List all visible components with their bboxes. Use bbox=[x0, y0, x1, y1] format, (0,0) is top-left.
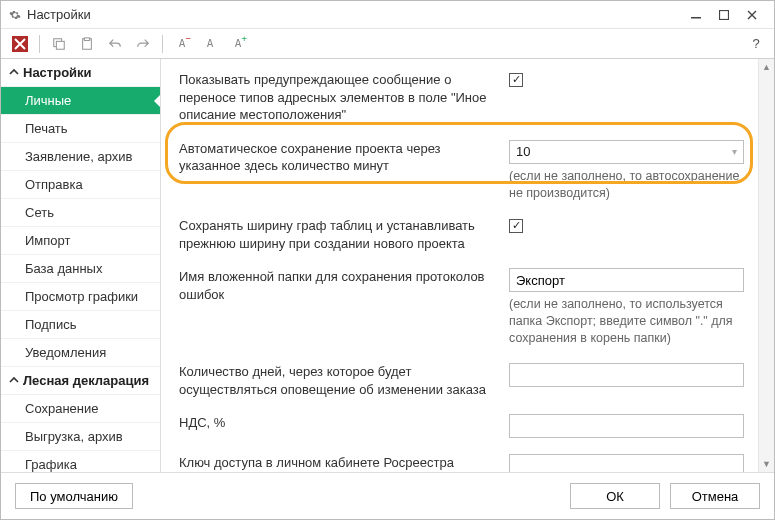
svg-rect-4 bbox=[56, 41, 64, 49]
setting-keep-width: Сохранять ширину граф таблиц и устанавли… bbox=[179, 217, 744, 252]
setting-order-days: Количество дней, через которое будет осу… bbox=[179, 363, 744, 398]
setting-autosave: Автоматическое сохранение проекта через … bbox=[179, 140, 744, 202]
export-folder-hint: (если не заполнено, то используется папк… bbox=[509, 296, 744, 347]
rosreestr-key-input[interactable] bbox=[509, 454, 744, 472]
sidebar-item-network[interactable]: Сеть bbox=[1, 199, 160, 227]
setting-label: Количество дней, через которое будет осу… bbox=[179, 363, 499, 398]
setting-label: Сохранять ширину граф таблиц и устанавли… bbox=[179, 217, 499, 252]
chevron-up-icon bbox=[9, 65, 19, 80]
sidebar-item-send[interactable]: Отправка bbox=[1, 171, 160, 199]
help-button[interactable]: ? bbox=[744, 36, 768, 51]
app-icon bbox=[7, 32, 33, 56]
sidebar-item-save[interactable]: Сохранение bbox=[1, 395, 160, 423]
order-days-input[interactable] bbox=[509, 363, 744, 387]
setting-label: Автоматическое сохранение проекта через … bbox=[179, 140, 499, 175]
sidebar-item-export-archive[interactable]: Выгрузка, архив bbox=[1, 423, 160, 451]
sidebar-group-settings[interactable]: Настройки bbox=[1, 59, 160, 87]
setting-rosreestr-key: Ключ доступа в личном кабинете Росреестр… bbox=[179, 454, 744, 472]
minimize-button[interactable] bbox=[682, 3, 710, 27]
sidebar-item-notifications[interactable]: Уведомления bbox=[1, 339, 160, 367]
toolbar: A− A A+ ? bbox=[1, 29, 774, 59]
zoom-in-icon[interactable]: A+ bbox=[225, 32, 251, 56]
chevron-down-icon: ▾ bbox=[732, 146, 737, 157]
sidebar-item-print[interactable]: Печать bbox=[1, 115, 160, 143]
vertical-scrollbar[interactable]: ▲ ▼ bbox=[758, 59, 774, 472]
svg-rect-6 bbox=[84, 37, 89, 40]
svg-rect-0 bbox=[691, 17, 701, 19]
svg-rect-1 bbox=[720, 10, 729, 19]
footer: По умолчанию ОК Отмена bbox=[1, 473, 774, 519]
sidebar-item-import[interactable]: Импорт bbox=[1, 227, 160, 255]
sidebar-item-graphics[interactable]: Графика bbox=[1, 451, 160, 472]
setting-export-folder: Имя вложенной папки для сохранения прото… bbox=[179, 268, 744, 347]
sidebar-group-forest[interactable]: Лесная декларация bbox=[1, 367, 160, 395]
keep-width-checkbox[interactable] bbox=[509, 219, 523, 233]
window-title: Настройки bbox=[27, 7, 682, 22]
sidebar-item-database[interactable]: База данных bbox=[1, 255, 160, 283]
setting-warn-transfer: Показывать предупреждающее сообщение о п… bbox=[179, 71, 744, 124]
sidebar-item-personal[interactable]: Личные bbox=[1, 87, 160, 115]
maximize-button[interactable] bbox=[710, 3, 738, 27]
settings-window: Настройки A− A A+ ? bbox=[0, 0, 775, 520]
close-button[interactable] bbox=[738, 3, 766, 27]
setting-label: Ключ доступа в личном кабинете Росреестр… bbox=[179, 454, 499, 472]
autosave-value: 10 bbox=[516, 144, 530, 159]
zoom-reset-icon[interactable]: A bbox=[197, 32, 223, 56]
autosave-hint: (если не заполнено, то автосохранение не… bbox=[509, 168, 744, 202]
warn-transfer-checkbox[interactable] bbox=[509, 73, 523, 87]
copy-icon[interactable] bbox=[46, 32, 72, 56]
chevron-up-icon bbox=[9, 373, 19, 388]
toolbar-separator bbox=[162, 35, 163, 53]
cancel-button[interactable]: Отмена bbox=[670, 483, 760, 509]
sidebar-item-application-archive[interactable]: Заявление, архив bbox=[1, 143, 160, 171]
vat-input[interactable] bbox=[509, 414, 744, 438]
sidebar-item-signature[interactable]: Подпись bbox=[1, 311, 160, 339]
scroll-up-arrow[interactable]: ▲ bbox=[759, 59, 774, 75]
content-inner: Показывать предупреждающее сообщение о п… bbox=[161, 59, 758, 472]
autosave-minutes-combo[interactable]: 10 ▾ bbox=[509, 140, 744, 164]
sidebar-item-graphics-view[interactable]: Просмотр графики bbox=[1, 283, 160, 311]
defaults-button[interactable]: По умолчанию bbox=[15, 483, 133, 509]
paste-icon[interactable] bbox=[74, 32, 100, 56]
export-folder-input[interactable] bbox=[509, 268, 744, 292]
content: Показывать предупреждающее сообщение о п… bbox=[161, 59, 774, 472]
body: Настройки Личные Печать Заявление, архив… bbox=[1, 59, 774, 473]
zoom-out-icon[interactable]: A− bbox=[169, 32, 195, 56]
sidebar-group-label: Лесная декларация bbox=[23, 373, 149, 388]
undo-icon[interactable] bbox=[102, 32, 128, 56]
sidebar-group-label: Настройки bbox=[23, 65, 92, 80]
sidebar: Настройки Личные Печать Заявление, архив… bbox=[1, 59, 161, 472]
titlebar: Настройки bbox=[1, 1, 774, 29]
setting-label: НДС, % bbox=[179, 414, 499, 432]
setting-vat: НДС, % bbox=[179, 414, 744, 438]
setting-label: Имя вложенной папки для сохранения прото… bbox=[179, 268, 499, 303]
redo-icon[interactable] bbox=[130, 32, 156, 56]
ok-button[interactable]: ОК bbox=[570, 483, 660, 509]
toolbar-separator bbox=[39, 35, 40, 53]
gear-icon bbox=[9, 9, 21, 21]
scroll-down-arrow[interactable]: ▼ bbox=[759, 456, 774, 472]
setting-label: Показывать предупреждающее сообщение о п… bbox=[179, 71, 499, 124]
